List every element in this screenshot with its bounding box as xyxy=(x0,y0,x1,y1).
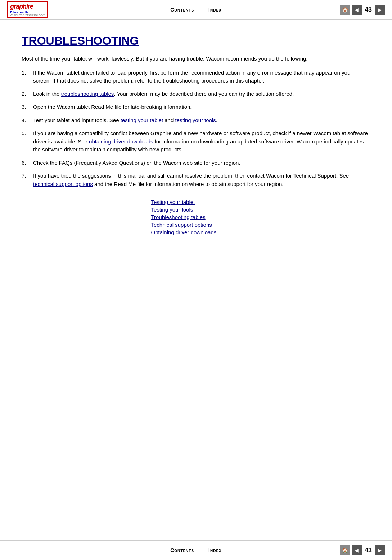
testing-your-tablet-link[interactable]: testing your tablet xyxy=(121,117,163,123)
header: graphire Bluetooth WIRELESS TECHNOLOGY C… xyxy=(0,0,392,20)
list-num-7: 7. xyxy=(22,172,29,188)
header-nav: Contents Index xyxy=(58,7,334,13)
testing-your-tools-link[interactable]: testing your tools xyxy=(175,117,216,123)
list-item: 3. Open the Wacom tablet Read Me file fo… xyxy=(22,103,370,111)
footer-prev-button[interactable]: ◀ xyxy=(352,545,362,555)
footer-home-icon: 🏠 xyxy=(342,547,348,553)
list-item: 1. If the Wacom tablet driver failed to … xyxy=(22,69,370,85)
list-num-3: 3. xyxy=(22,103,29,111)
footer-prev-icon: ◀ xyxy=(355,547,359,553)
page-number: 43 xyxy=(365,6,372,14)
page-title: TROUBLESHOOTING xyxy=(22,34,370,48)
list-item: 4. Test your tablet and input tools. See… xyxy=(22,116,370,125)
footer-page-number: 43 xyxy=(365,547,372,554)
testing-your-tools-section-link[interactable]: Testing your tools xyxy=(151,206,241,213)
home-icon: 🏠 xyxy=(342,7,348,13)
header-controls: 🏠 ◀ 43 ▶ xyxy=(334,5,385,15)
troubleshooting-tables-section-link[interactable]: Troubleshooting tables xyxy=(151,214,241,220)
logo-box: graphire Bluetooth WIRELESS TECHNOLOGY xyxy=(7,1,48,18)
list-content-1: If the Wacom tablet driver failed to loa… xyxy=(33,69,370,85)
logo-sub: Bluetooth xyxy=(10,10,28,14)
list-num-6: 6. xyxy=(22,159,29,167)
next-icon: ▶ xyxy=(378,7,382,13)
footer-home-button[interactable]: 🏠 xyxy=(340,545,350,555)
technical-support-options-link-1[interactable]: technical support options xyxy=(33,181,93,187)
list-item: 6. Check the FAQs (Frequently Asked Ques… xyxy=(22,159,370,167)
list-content-3: Open the Wacom tablet Read Me file for l… xyxy=(33,103,370,111)
footer-contents-link[interactable]: Contents xyxy=(170,547,194,553)
list-num-2: 2. xyxy=(22,90,29,98)
footer-next-button[interactable]: ▶ xyxy=(375,545,385,555)
footer: Contents Index 🏠 ◀ 43 ▶ xyxy=(0,540,392,560)
list-num-5: 5. xyxy=(22,129,29,154)
footer-nav: Contents Index xyxy=(58,547,334,553)
list-content-4: Test your tablet and input tools. See te… xyxy=(33,116,370,125)
troubleshooting-tables-link-1[interactable]: troubleshooting tables xyxy=(61,91,114,97)
prev-icon: ◀ xyxy=(355,7,359,13)
obtaining-driver-downloads-section-link[interactable]: Obtaining driver downloads xyxy=(151,229,241,235)
list-content-7: If you have tried the suggestions in thi… xyxy=(33,172,370,188)
list-item: 5. If you are having a compatibility con… xyxy=(22,129,370,154)
logo-brand: graphire xyxy=(10,3,33,10)
obtaining-driver-downloads-link-1[interactable]: obtaining driver downloads xyxy=(89,138,153,145)
logo-tagline: WIRELESS TECHNOLOGY xyxy=(10,14,45,17)
testing-your-tablet-section-link[interactable]: Testing your tablet xyxy=(151,199,241,205)
logo-area: graphire Bluetooth WIRELESS TECHNOLOGY xyxy=(7,1,58,18)
intro-paragraph: Most of the time your tablet will work f… xyxy=(22,55,370,63)
list-content-5: If you are having a compatibility confli… xyxy=(33,129,370,154)
technical-support-options-section-link[interactable]: Technical support options xyxy=(151,222,241,228)
main-content: TROUBLESHOOTING Most of the time your ta… xyxy=(0,20,392,257)
footer-next-icon: ▶ xyxy=(378,547,382,553)
prev-button[interactable]: ◀ xyxy=(352,5,362,15)
list-num-4: 4. xyxy=(22,116,29,125)
list-content-2: Look in the troubleshooting tables. Your… xyxy=(33,90,370,98)
list-item: 7. If you have tried the suggestions in … xyxy=(22,172,370,188)
links-section: Testing your tablet Testing your tools T… xyxy=(22,199,370,235)
footer-controls: 🏠 ◀ 43 ▶ xyxy=(334,545,385,555)
index-link[interactable]: Index xyxy=(208,7,222,13)
numbered-list: 1. If the Wacom tablet driver failed to … xyxy=(22,69,370,188)
list-content-6: Check the FAQs (Frequently Asked Questio… xyxy=(33,159,370,167)
home-button[interactable]: 🏠 xyxy=(340,5,350,15)
footer-index-link[interactable]: Index xyxy=(208,547,222,553)
list-num-1: 1. xyxy=(22,69,29,85)
list-item: 2. Look in the troubleshooting tables. Y… xyxy=(22,90,370,98)
contents-link[interactable]: Contents xyxy=(170,7,194,13)
next-button[interactable]: ▶ xyxy=(375,5,385,15)
